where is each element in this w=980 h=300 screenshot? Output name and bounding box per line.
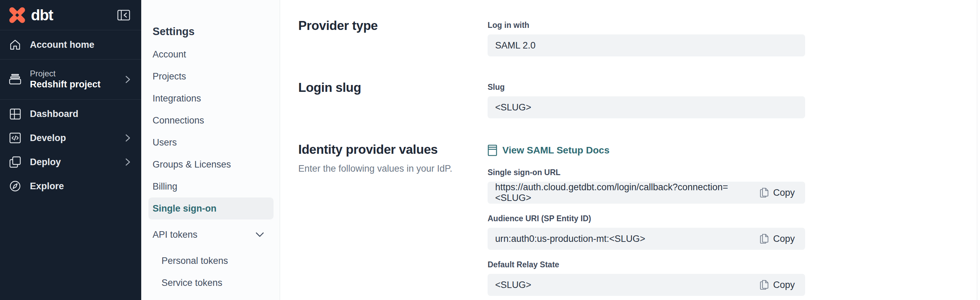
settings-item-api-tokens[interactable]: API tokens — [148, 223, 274, 246]
chevron-right-icon — [126, 134, 130, 142]
settings-item-label: API tokens — [153, 230, 197, 240]
panel-collapse-icon — [117, 10, 130, 21]
copy-audience-uri-button[interactable]: Copy — [760, 234, 795, 244]
audience-uri-label: Audience URI (SP Entity ID) — [488, 212, 805, 223]
sso-settings-content: Provider type Log in with SAML 2.0 Login… — [280, 0, 980, 300]
home-icon — [9, 39, 22, 51]
copy-icon — [760, 280, 769, 290]
audience-uri-value: urn:auth0:us-production-mt:<SLUG> — [495, 234, 645, 244]
view-saml-setup-docs-link[interactable]: View SAML Setup Docs — [488, 145, 805, 156]
section-heading: Login slug — [298, 80, 488, 95]
sidebar-item-project[interactable]: Project Redshift project — [0, 59, 141, 100]
deploy-squares-icon — [9, 156, 22, 168]
sso-url-value: https://auth.cloud.getdbt.com/login/call… — [495, 182, 760, 203]
copy-button-label: Copy — [773, 187, 795, 198]
settings-item-account[interactable]: Account — [148, 43, 274, 65]
copy-button-label: Copy — [773, 234, 795, 244]
settings-item-service-tokens[interactable]: Service tokens — [148, 272, 274, 294]
section-subheading: Enter the following values in your IdP. — [298, 163, 488, 174]
scrollbar-track[interactable] — [977, 0, 977, 300]
chevron-right-icon — [126, 76, 130, 83]
provider-type-field[interactable]: SAML 2.0 — [488, 34, 805, 56]
project-kicker-label: Project — [30, 69, 101, 79]
sidebar-item-deploy[interactable]: Deploy — [0, 150, 141, 174]
copy-sso-url-button[interactable]: Copy — [760, 187, 795, 198]
copy-button-label: Copy — [773, 280, 795, 290]
settings-item-groups-licenses[interactable]: Groups & Licenses — [148, 153, 274, 176]
docs-book-icon — [488, 145, 497, 156]
settings-item-billing[interactable]: Billing — [148, 176, 274, 198]
sidebar-item-develop[interactable]: Develop — [0, 126, 141, 150]
code-editor-icon — [9, 132, 22, 144]
settings-item-projects[interactable]: Projects — [148, 65, 274, 88]
compass-icon — [9, 180, 22, 192]
brand-wordmark: dbt — [31, 6, 53, 24]
app-sidebar: dbt Account home — [0, 0, 141, 300]
default-relay-state-field[interactable]: <SLUG> Copy — [488, 274, 805, 296]
slug-field[interactable]: <SLUG> — [488, 96, 805, 118]
sidebar-item-account-home[interactable]: Account home — [0, 30, 141, 59]
chevron-right-icon — [126, 158, 130, 166]
copy-icon — [760, 187, 769, 198]
section-provider-type: Provider type Log in with SAML 2.0 — [298, 19, 980, 56]
slug-label: Slug — [488, 80, 805, 92]
sidebar-item-label: Account home — [30, 40, 94, 50]
project-stack-icon — [9, 74, 22, 85]
section-login-slug: Login slug Slug <SLUG> — [298, 80, 980, 118]
section-heading: Provider type — [298, 19, 488, 34]
settings-list: Account Projects Integrations Connection… — [141, 43, 280, 294]
sidebar-nav-group: Dashboard Develop — [0, 100, 141, 198]
section-identity-provider-values: Identity provider values Enter the follo… — [298, 142, 980, 300]
settings-panel: Settings Account Projects Integrations C… — [141, 0, 280, 300]
sidebar-item-label: Deploy — [30, 157, 61, 168]
settings-item-users[interactable]: Users — [148, 131, 274, 153]
project-name-label: Redshift project — [30, 79, 101, 91]
default-relay-state-value: <SLUG> — [495, 280, 531, 290]
sso-url-label: Single sign-on URL — [488, 166, 805, 177]
sidebar-item-dashboard[interactable]: Dashboard — [0, 102, 141, 126]
login-with-label: Log in with — [488, 19, 805, 30]
audience-uri-field[interactable]: urn:auth0:us-production-mt:<SLUG> Copy — [488, 228, 805, 250]
settings-title: Settings — [153, 26, 280, 38]
provider-type-value: SAML 2.0 — [495, 40, 536, 51]
settings-item-single-sign-on[interactable]: Single sign-on — [148, 198, 274, 220]
docs-link-label: View SAML Setup Docs — [503, 145, 609, 156]
copy-default-relay-state-button[interactable]: Copy — [760, 280, 795, 290]
dbt-logo-icon — [8, 5, 27, 25]
dashboard-grid-icon — [9, 109, 22, 120]
settings-item-connections[interactable]: Connections — [148, 109, 274, 131]
sidebar-item-label: Explore — [30, 181, 64, 191]
default-relay-state-label: Default Relay State — [488, 258, 805, 270]
sidebar-item-label: Dashboard — [30, 109, 78, 120]
copy-icon — [760, 234, 769, 244]
sidebar-item-label: Develop — [30, 133, 66, 144]
settings-item-personal-tokens[interactable]: Personal tokens — [148, 250, 274, 272]
sso-url-field[interactable]: https://auth.cloud.getdbt.com/login/call… — [488, 182, 805, 204]
sidebar-item-explore[interactable]: Explore — [0, 174, 141, 198]
slug-value: <SLUG> — [495, 102, 531, 113]
section-heading: Identity provider values — [298, 142, 488, 157]
settings-item-integrations[interactable]: Integrations — [148, 88, 274, 109]
sidebar-collapse-button[interactable] — [117, 10, 130, 21]
chevron-down-icon — [256, 232, 269, 237]
logo-row: dbt — [0, 0, 141, 30]
